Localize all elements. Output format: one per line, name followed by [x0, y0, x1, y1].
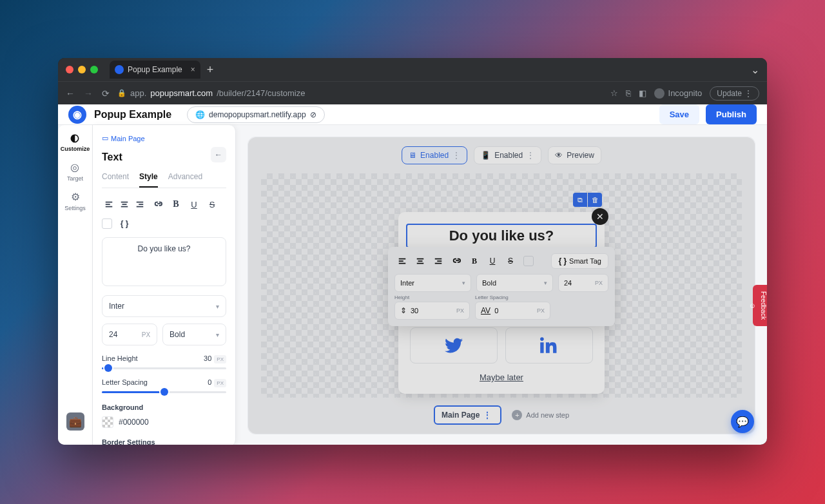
rail-settings[interactable]: ⚙ Settings — [64, 191, 86, 211]
preview-button[interactable]: 👁 Preview — [548, 146, 601, 164]
new-tab-button[interactable]: + — [207, 63, 214, 77]
chevron-down-icon: ▾ — [544, 280, 547, 286]
mobile-icon: 📱 — [481, 151, 490, 160]
panel-title: Text — [102, 151, 122, 163]
chevron-down-icon: ▾ — [216, 303, 219, 310]
browser-tab[interactable]: Popup Example × — [110, 61, 200, 79]
align-center-button[interactable] — [412, 253, 428, 269]
desktop-toggle[interactable]: 🖥 Enabled ⋮ — [402, 146, 467, 164]
briefcase-icon: 💼 — [69, 416, 82, 428]
save-button[interactable]: Save — [659, 104, 699, 124]
step-main-page[interactable]: Main Page ⋮ — [434, 405, 501, 425]
panel-back-button[interactable]: ← — [211, 147, 226, 162]
chat-bubble[interactable]: 💬 — [731, 410, 754, 433]
close-window-icon[interactable] — [66, 66, 73, 73]
inline-text-toolbar: B U S { } Smart Tag Inter — [388, 247, 615, 326]
tab-advanced[interactable]: Advanced — [168, 172, 202, 188]
back-icon[interactable]: ← — [66, 88, 75, 99]
ft-font-size-input[interactable]: 24 PX — [558, 274, 608, 292]
tab-content[interactable]: Content — [102, 172, 129, 188]
target-domain-pill[interactable]: 🌐 demopopupsmart.netlify.app ⊘ — [187, 106, 325, 123]
align-center-button[interactable] — [117, 197, 131, 211]
tabs-dropdown-icon[interactable]: ⌄ — [751, 64, 759, 76]
letter-spacing-slider[interactable] — [102, 391, 226, 393]
popup-close-button[interactable]: ✕ — [592, 208, 608, 225]
font-weight-select[interactable]: Bold ▾ — [162, 324, 226, 345]
background-swatch[interactable] — [102, 416, 113, 428]
link-button[interactable] — [151, 197, 165, 211]
ft-letter-spacing-input[interactable]: AV 0 PX — [475, 302, 550, 320]
link-button[interactable] — [449, 253, 464, 269]
plus-icon: + — [512, 410, 522, 420]
text-color-swatch[interactable] — [102, 218, 112, 229]
canvas: 🖥 Enabled ⋮ 📱 Enabled ⋮ 👁 Preview — [236, 125, 767, 445]
selected-text-element[interactable]: Do you like us? — [406, 224, 597, 248]
globe-icon: 🌐 — [195, 110, 205, 119]
menu-dots-icon: ⋮ — [744, 89, 752, 98]
eye-icon: 👁 — [555, 151, 563, 160]
app-header: ◉ Popup Example 🌐 demopopupsmart.netlify… — [58, 104, 767, 125]
font-size-input[interactable]: 24 PX — [102, 324, 157, 345]
customize-icon: ◐ — [70, 131, 79, 144]
strikethrough-button[interactable]: S — [205, 197, 219, 211]
side-panel-icon[interactable]: ◧ — [639, 88, 646, 98]
align-left-button[interactable] — [394, 253, 410, 269]
briefcase-button[interactable]: 💼 — [66, 412, 84, 431]
align-right-button[interactable] — [133, 197, 147, 211]
line-height-icon: ⇕ — [400, 306, 407, 315]
menu-dots-icon[interactable]: ⋮ — [452, 151, 460, 160]
bookmark-icon[interactable]: ☆ — [610, 88, 618, 98]
linkedin-button[interactable] — [505, 327, 593, 363]
menu-dots-icon[interactable]: ⋮ — [527, 151, 534, 160]
rail-customize[interactable]: ◐ Customize — [61, 131, 90, 152]
text-content-input[interactable]: Do you like us? — [102, 237, 226, 286]
duplicate-button[interactable]: ⧉ — [573, 193, 587, 207]
breadcrumb[interactable]: ▭ Main Page — [102, 134, 145, 142]
maximize-window-icon[interactable] — [90, 66, 98, 73]
variable-button[interactable]: { } — [117, 217, 131, 231]
font-family-select[interactable]: Inter ▾ — [102, 295, 226, 317]
tab-close-icon[interactable]: × — [191, 65, 195, 74]
forward-icon[interactable]: → — [84, 88, 93, 99]
mobile-toggle[interactable]: 📱 Enabled ⋮ — [474, 146, 541, 164]
menu-dots-icon[interactable]: ⋮ — [483, 411, 491, 420]
chevron-down-icon: ▾ — [462, 280, 465, 286]
align-right-button[interactable] — [431, 253, 446, 269]
underline-button[interactable]: U — [187, 197, 201, 211]
background-label: Background — [102, 403, 226, 411]
bold-button[interactable]: B — [169, 197, 183, 211]
reading-list-icon[interactable]: ⎘ — [626, 88, 631, 98]
letter-spacing-icon: AV — [481, 306, 490, 315]
twitter-button[interactable] — [410, 327, 498, 363]
line-height-slider[interactable] — [102, 367, 226, 369]
underline-button[interactable]: U — [485, 253, 500, 269]
update-button[interactable]: Update⋮ — [710, 86, 759, 101]
text-color-swatch[interactable] — [523, 256, 534, 266]
minimize-window-icon[interactable] — [78, 66, 86, 73]
tab-favicon-icon — [115, 65, 124, 74]
ft-font-weight-select[interactable]: Bold ▾ — [476, 274, 553, 292]
maybe-later-link[interactable]: Maybe later — [410, 373, 593, 382]
feedback-tab[interactable]: Feedback ☺ — [753, 285, 767, 326]
align-left-button[interactable] — [102, 197, 116, 211]
ft-font-family-select[interactable]: Inter ▾ — [394, 274, 471, 292]
side-rail: ◐ Customize ◎ Target ⚙ Settings 💼 — [58, 125, 93, 445]
chat-icon: 💬 — [736, 416, 749, 428]
delete-button[interactable]: 🗑 — [588, 193, 602, 207]
tab-style[interactable]: Style — [139, 172, 158, 188]
titlebar: Popup Example × + ⌄ — [58, 58, 767, 81]
strikethrough-button[interactable]: S — [503, 253, 518, 269]
publish-button[interactable]: Publish — [706, 104, 757, 124]
reload-icon[interactable]: ⟳ — [102, 88, 110, 99]
properties-panel: ▭ Main Page Text ← Content Style Advance… — [93, 125, 236, 445]
address-bar[interactable]: 🔒 app.popupsmart.com/builder/2147/custom… — [117, 88, 603, 98]
smart-tag-button[interactable]: { } Smart Tag — [551, 253, 608, 269]
add-step-button[interactable]: + Add new step — [512, 410, 569, 420]
bold-button[interactable]: B — [467, 253, 482, 269]
brace-icon: { } — [558, 257, 567, 266]
rail-target[interactable]: ◎ Target — [67, 161, 83, 182]
browser-window: Popup Example × + ⌄ ← → ⟳ 🔒 app.popupsma… — [58, 58, 767, 445]
target-icon: ◎ — [70, 161, 79, 173]
ft-line-height-input[interactable]: ⇕ 30 PX — [394, 302, 470, 320]
panel-tabs: Content Style Advanced — [102, 172, 226, 188]
